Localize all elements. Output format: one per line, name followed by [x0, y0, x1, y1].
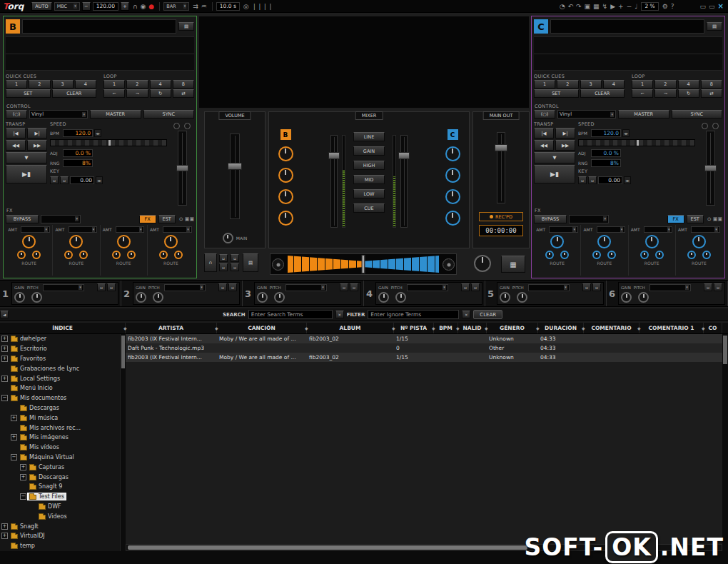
mixer-gain-button[interactable]: GAIN — [353, 146, 385, 156]
minimize-button[interactable]: ▭ — [699, 3, 708, 10]
deck-options-button[interactable]: ▤ — [707, 22, 722, 31]
fx-param1-knob[interactable] — [112, 251, 121, 259]
channel-c-fader-handle[interactable] — [398, 152, 410, 159]
fx-amount-knob[interactable] — [22, 235, 36, 248]
loop-length-button[interactable]: 8 — [173, 80, 194, 89]
sampler-rec-button[interactable]: ▫ — [340, 283, 348, 291]
fx-select-dropdown[interactable]: ▾ — [69, 226, 98, 233]
fx-param1-knob[interactable] — [592, 251, 601, 259]
playback-mode-dropdown[interactable]: Vinyl▾ — [557, 110, 616, 119]
sample-select-dropdown[interactable]: ▾ — [43, 284, 84, 291]
column-header-8[interactable]: ◆GÉNERO — [487, 323, 538, 333]
maximize-button[interactable]: ▭ — [707, 3, 717, 10]
play-pause-button[interactable]: ▶▮ — [534, 165, 575, 183]
sampler-pitch-knob[interactable] — [274, 292, 285, 303]
fx-param2-knob[interactable] — [32, 251, 41, 259]
tree-item[interactable]: SnagIt 9 — [0, 482, 120, 492]
sampler-play-button[interactable]: ▫ — [471, 283, 480, 291]
fader-icon[interactable]: ♒ — [200, 3, 208, 10]
tree-item[interactable]: +Capturas — [0, 462, 120, 472]
cue-mix-knob[interactable]: ◉ — [139, 3, 148, 10]
fx-select-dropdown[interactable]: ▾ — [549, 226, 578, 233]
tree-item[interactable]: +Descargas — [0, 472, 120, 482]
key-stepper[interactable]: ◂▸ — [96, 176, 103, 184]
playback-mode-dropdown[interactable]: Vinyl▾ — [29, 110, 88, 119]
xfader-mode-button[interactable]: ▤ — [243, 253, 258, 272]
monitor-volume-fader[interactable] — [230, 134, 240, 219]
search-clear-icon[interactable]: × — [335, 311, 344, 318]
sampler-rec-button[interactable]: ▫ — [97, 283, 106, 291]
rng-value[interactable]: 8% — [63, 159, 93, 167]
fx-param1-knob[interactable] — [640, 251, 649, 259]
channel-mid-knob[interactable] — [278, 189, 293, 204]
tree-toggle-icon[interactable]: + — [11, 434, 17, 440]
fx-select-dropdown[interactable]: ▾ — [597, 226, 626, 233]
loop-control-button[interactable]: ⌐ — [103, 89, 125, 98]
tree-item[interactable]: Menú Inicio — [0, 383, 120, 393]
tree-item[interactable]: Videos — [0, 511, 120, 521]
plus-icon[interactable]: + — [617, 3, 625, 10]
fx-param2-knob[interactable] — [174, 251, 183, 259]
deck-waveform-strip[interactable] — [22, 19, 176, 34]
auto-button[interactable]: AUTO — [31, 2, 51, 11]
channel-high-knob[interactable] — [445, 168, 460, 183]
tree-toggle-icon[interactable]: − — [11, 454, 17, 460]
column-header-5[interactable]: ◆Nº PISTA — [394, 323, 434, 333]
mbc-dropdown[interactable]: MBC▾ — [54, 2, 80, 11]
quick-cue-button[interactable]: 3 — [580, 80, 602, 89]
loop-length-button[interactable]: 1 — [632, 80, 653, 89]
fx-select-dropdown[interactable]: ▾ — [116, 226, 145, 233]
loop-control-button[interactable]: ¬ — [654, 89, 676, 98]
loop-length-button[interactable]: 1 — [103, 80, 125, 89]
xfader-assign-b-button[interactable]: ▫ — [219, 254, 228, 262]
fx-chain-dropdown[interactable]: ▾ — [569, 215, 609, 223]
search-input[interactable]: Enter Search Terms — [248, 310, 333, 319]
sampler-pitch-knob[interactable] — [395, 292, 406, 303]
deck-waveform-strip[interactable] — [550, 19, 704, 34]
tree-item[interactable]: +VirtualDJ — [0, 531, 120, 541]
table-scrollbar-thumb[interactable] — [723, 336, 727, 364]
gear-icon[interactable]: ⚙ — [661, 3, 669, 10]
tree-toggle-icon[interactable]: + — [20, 474, 26, 480]
pitch-bend-plus-button[interactable] — [712, 123, 719, 129]
tree-toggle-icon[interactable]: + — [1, 336, 8, 342]
channel-b-fader-handle[interactable] — [328, 152, 340, 159]
close-button[interactable]: × — [717, 2, 725, 10]
quick-cue-button[interactable]: 2 — [29, 80, 50, 89]
sampler-gain-knob[interactable] — [14, 292, 25, 303]
column-header-12[interactable]: ◆CO — [704, 323, 722, 333]
snapshot-icon[interactable]: ▣ — [583, 3, 592, 10]
channel-c-fader[interactable] — [400, 135, 408, 228]
fx-select-dropdown[interactable]: ▾ — [691, 226, 720, 233]
fx-param2-knob[interactable] — [607, 251, 616, 259]
key-down-button[interactable]: ▫ — [50, 176, 59, 184]
transport-button[interactable]: |◀ — [534, 128, 554, 139]
help-icon[interactable]: ? — [669, 3, 676, 10]
pitch-bend-minus-button[interactable] — [173, 123, 180, 129]
mixer-mid-button[interactable]: MID — [353, 175, 385, 184]
crossfader-handle[interactable] — [362, 255, 365, 273]
xfader-assign-c-button[interactable]: ▫ — [231, 254, 239, 262]
adj-value[interactable]: 0.0 % — [63, 149, 93, 157]
zoom-bars-icon[interactable]: ❘❘❘❘ — [251, 3, 275, 10]
fx-amount-knob[interactable] — [164, 235, 178, 248]
sampler-pitch-knob[interactable] — [517, 292, 527, 303]
xfader-curve-knob[interactable] — [474, 255, 491, 272]
channel-low-knob[interactable] — [445, 211, 460, 226]
tree-toggle-icon[interactable]: − — [1, 395, 8, 401]
key-up-button[interactable]: ▫ — [588, 176, 597, 184]
transport-button[interactable]: ▶▶ — [555, 140, 575, 151]
column-header-11[interactable]: ◆COMENTARIO 1 — [639, 323, 704, 333]
master-tempo-value[interactable]: 120.00 — [93, 2, 118, 11]
channel-b-fader[interactable] — [330, 135, 338, 228]
master-button[interactable]: MASTER — [618, 110, 669, 119]
cue-set-button[interactable]: SET — [534, 89, 579, 98]
adj-value[interactable]: 0.0 % — [591, 149, 621, 157]
transport-button[interactable]: |◀ — [6, 128, 26, 139]
pitch-bend-plus-button[interactable] — [184, 123, 191, 129]
speed-slider[interactable] — [578, 139, 695, 146]
loop-control-button[interactable]: ⌐ — [632, 89, 653, 98]
tree-item[interactable]: Descargas — [0, 403, 120, 413]
volume-fader-handle[interactable] — [228, 163, 242, 170]
tree-item[interactable]: +Favoritos — [0, 354, 120, 364]
